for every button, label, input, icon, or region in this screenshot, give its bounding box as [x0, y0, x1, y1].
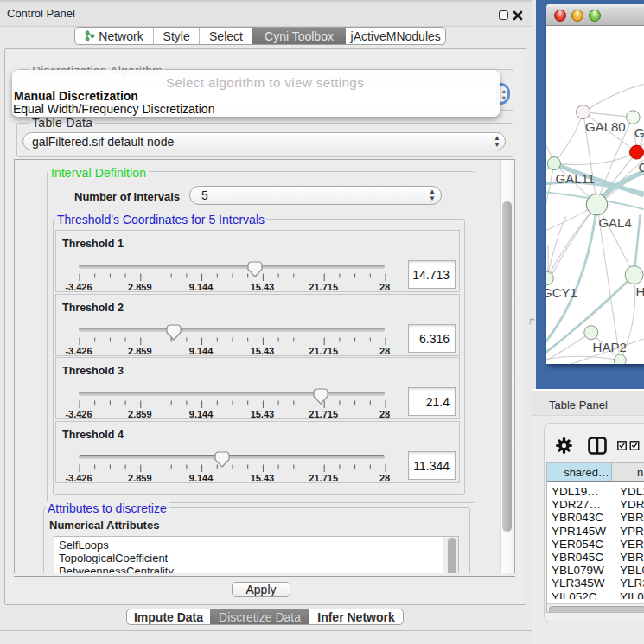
- svg-text:GA: GA: [634, 125, 644, 140]
- svg-text:H: H: [636, 284, 644, 299]
- svg-text:GAL80: GAL80: [585, 119, 626, 134]
- svg-text:HAP2: HAP2: [593, 340, 627, 354]
- svg-text:GAL4: GAL4: [598, 215, 631, 230]
- svg-text:CY: CY: [639, 160, 644, 175]
- svg-text:GCY1: GCY1: [546, 285, 577, 300]
- svg-text:GAL11: GAL11: [556, 171, 596, 186]
